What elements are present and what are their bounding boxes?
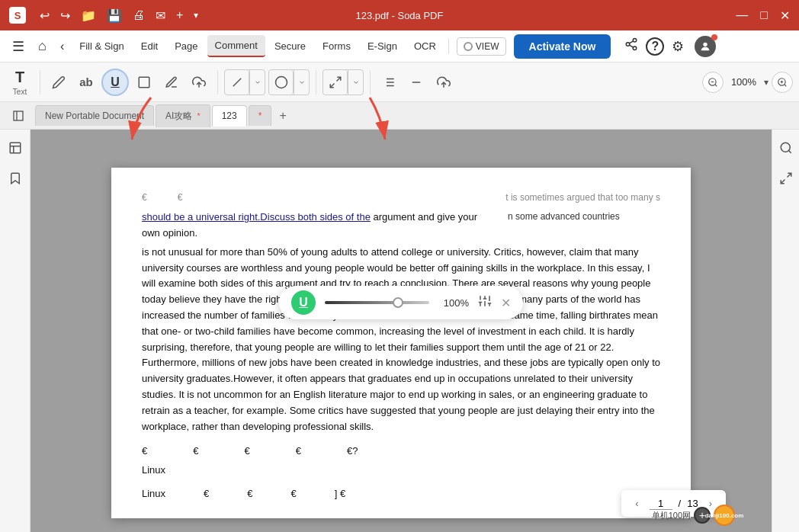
- pencil-tool[interactable]: [47, 70, 71, 95]
- zoom-dropdown[interactable]: ▾: [764, 77, 769, 88]
- underline-icon-label: U: [299, 296, 308, 309]
- menu-secure[interactable]: Secure: [267, 36, 313, 56]
- add-tab-button[interactable]: +: [273, 106, 292, 126]
- maximize-icon[interactable]: □: [760, 8, 768, 23]
- tool-separator-1: [40, 70, 40, 95]
- opacity-slider[interactable]: [325, 301, 429, 304]
- note-tool[interactable]: [404, 70, 428, 95]
- euro-5: €: [244, 444, 249, 460]
- tool-separator-4: [370, 70, 371, 95]
- text-comment-tool[interactable]: [377, 70, 401, 95]
- left-panel-pages[interactable]: [3, 136, 27, 160]
- redo-icon[interactable]: ↪: [60, 8, 70, 23]
- underline-toolbar-close[interactable]: ✕: [501, 296, 511, 310]
- share-icon[interactable]: [618, 33, 644, 59]
- hamburger-menu[interactable]: ☰: [6, 34, 30, 59]
- underline-color-btn[interactable]: U: [291, 290, 316, 315]
- back-button[interactable]: ‹: [54, 35, 70, 58]
- svg-line-4: [630, 41, 634, 43]
- shape-tool-expand[interactable]: [294, 70, 309, 95]
- bracket-euro: ] €: [335, 486, 345, 502]
- tab-bar: New Portable Document AI攻略 * 123 * +: [0, 102, 799, 130]
- line-tool-group: [224, 69, 265, 95]
- menu-fill-sign[interactable]: Fill & Sign: [72, 36, 132, 56]
- svg-line-35: [788, 150, 791, 152]
- strikethrough-tool[interactable]: ab: [74, 70, 98, 95]
- euro-4: €: [193, 444, 198, 460]
- expand-tool-expand[interactable]: [348, 70, 363, 95]
- minimize-icon[interactable]: —: [736, 8, 748, 23]
- save-icon[interactable]: 💾: [107, 8, 122, 23]
- menu-edit[interactable]: Edit: [133, 36, 165, 56]
- svg-rect-27: [14, 111, 23, 120]
- line-tool[interactable]: [225, 70, 249, 95]
- underline-icon: U: [111, 75, 120, 89]
- add-icon[interactable]: +: [176, 8, 183, 22]
- stamp-tool[interactable]: [187, 70, 211, 95]
- toolbar: T Text ab U: [0, 62, 799, 102]
- underline-toolbar: U 100% ✕: [279, 286, 523, 319]
- svg-point-0: [634, 39, 637, 43]
- svg-line-36: [787, 173, 791, 177]
- svg-point-2: [634, 46, 637, 50]
- separator: [448, 39, 449, 54]
- partial-text-right: t is sometimes argued that too many s: [505, 191, 660, 205]
- svg-line-8: [233, 78, 241, 86]
- svg-line-3: [630, 45, 634, 47]
- title-toolbar-icons: ↩ ↪ 📁 💾 🖨 ✉ + ▾: [40, 8, 198, 23]
- expand-tool[interactable]: [323, 70, 348, 95]
- notification-badge: [711, 34, 717, 40]
- bottom-logo: 单机100网 + danji100.com: [652, 505, 735, 526]
- underline-tool[interactable]: U: [101, 69, 129, 96]
- pdf-euro-row2: € € € € €?: [142, 444, 660, 460]
- rectangle-tool[interactable]: [132, 70, 156, 95]
- right-panel-search[interactable]: [774, 136, 798, 160]
- text-icon: T: [15, 69, 24, 86]
- home-button[interactable]: ⌂: [32, 34, 53, 59]
- open-icon[interactable]: 📁: [81, 8, 96, 23]
- email-icon[interactable]: ✉: [156, 8, 165, 23]
- view-toggle[interactable]: VIEW: [457, 37, 506, 56]
- panel-toggle-btn[interactable]: [6, 104, 30, 128]
- svg-point-34: [781, 143, 790, 152]
- tab-123[interactable]: 123: [212, 105, 247, 127]
- close-icon[interactable]: ✕: [780, 8, 790, 23]
- menu-forms[interactable]: Forms: [315, 36, 358, 56]
- print-icon[interactable]: 🖨: [133, 8, 145, 22]
- pdf-main-text: should be a universal right.Discuss both…: [142, 210, 485, 242]
- help-icon[interactable]: ?: [646, 37, 664, 56]
- tab-empty[interactable]: *: [249, 105, 272, 126]
- attach-tool[interactable]: [432, 70, 456, 95]
- zoom-controls: 100% ▾: [702, 72, 793, 93]
- left-panel-bookmark[interactable]: [3, 166, 27, 191]
- menu-bar: ☰ ⌂ ‹ Fill & Sign Edit Page Comment Secu…: [0, 30, 799, 62]
- settings-icon[interactable]: ⚙: [666, 34, 690, 59]
- menu-esign[interactable]: E-Sign: [360, 36, 405, 56]
- pdf-page: € € t is sometimes argued that too many …: [111, 168, 691, 518]
- linux-2: Linux: [142, 486, 165, 502]
- tab-ai[interactable]: AI攻略 *: [156, 104, 210, 127]
- prev-page-button[interactable]: ‹: [631, 496, 643, 511]
- title-text: 123.pdf - Soda PDF: [356, 10, 444, 21]
- tab-new-portable[interactable]: New Portable Document: [35, 105, 154, 126]
- underlined-text: should be a universal right.Discuss both…: [142, 211, 371, 223]
- euro-6: €: [296, 444, 301, 460]
- activate-button[interactable]: Activate Now: [514, 34, 611, 59]
- undo-icon[interactable]: ↩: [40, 8, 50, 23]
- highlight-tool[interactable]: [159, 70, 184, 95]
- avatar[interactable]: [695, 36, 716, 57]
- adjust-icon[interactable]: [478, 294, 492, 312]
- svg-line-37: [781, 180, 785, 184]
- text-tool[interactable]: T Text: [6, 66, 34, 99]
- menu-page[interactable]: Page: [167, 36, 205, 56]
- zoom-in-button[interactable]: [772, 72, 793, 93]
- right-panel-expand[interactable]: [774, 166, 798, 191]
- line-tool-expand[interactable]: [249, 70, 265, 95]
- menu-comment[interactable]: Comment: [207, 35, 265, 57]
- menu-ocr[interactable]: OCR: [406, 36, 444, 56]
- ellipse-tool[interactable]: [269, 70, 294, 95]
- dropdown-arrow-icon[interactable]: ▾: [194, 10, 198, 21]
- zoom-out-button[interactable]: [702, 72, 724, 93]
- euro-1: €: [142, 191, 147, 205]
- logo-circle[interactable]: danji100.com: [714, 505, 735, 526]
